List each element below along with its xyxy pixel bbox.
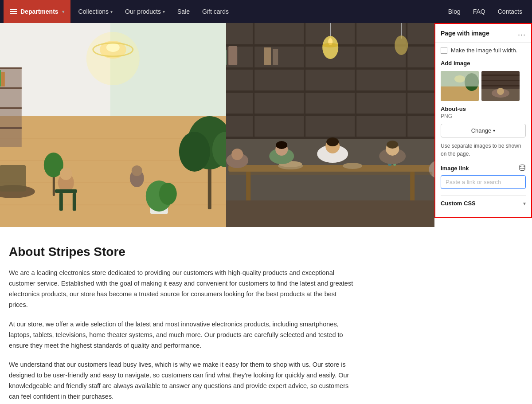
- svg-rect-23: [73, 193, 76, 211]
- svg-point-39: [159, 183, 177, 205]
- about-para-1: We are a leading electronics store dedic…: [9, 268, 355, 310]
- svg-rect-47: [253, 23, 254, 138]
- nav-item-our-products[interactable]: Our products ▾: [119, 0, 171, 23]
- panel-title: Page with image: [441, 30, 489, 37]
- panel-header: Page with image ...: [435, 24, 531, 43]
- svg-point-59: [322, 43, 338, 47]
- nav-item-faq[interactable]: FAQ: [467, 0, 492, 23]
- svg-rect-22: [59, 193, 63, 211]
- svg-rect-52: [226, 50, 227, 65]
- custom-css-chevron-icon: ▾: [523, 200, 526, 207]
- nav-item-contacts[interactable]: Contacts: [492, 0, 528, 23]
- svg-rect-30: [0, 127, 22, 129]
- image-link-label: Image link: [441, 165, 469, 172]
- svg-rect-93: [481, 80, 520, 81]
- svg-rect-45: [226, 114, 434, 116]
- departments-chevron-icon: ▾: [62, 9, 64, 14]
- departments-button[interactable]: Departments ▾: [4, 0, 70, 23]
- collections-chevron-icon: ▾: [110, 9, 113, 14]
- hamburger-icon: [10, 9, 17, 14]
- svg-point-61: [395, 35, 408, 55]
- nav-item-blog[interactable]: Blog: [442, 0, 467, 23]
- svg-rect-12: [0, 165, 26, 192]
- svg-rect-29: [0, 107, 22, 109]
- full-width-row: Make the image full width.: [441, 47, 526, 54]
- images-row: [0, 23, 434, 227]
- svg-rect-62: [228, 165, 432, 172]
- change-chevron-icon: ▾: [493, 128, 495, 133]
- svg-point-96: [497, 88, 504, 95]
- svg-point-20: [60, 168, 72, 180]
- svg-point-97: [520, 165, 525, 167]
- image-link-row: Image link: [441, 164, 526, 173]
- right-panel: Page with image ... Make the image full …: [434, 23, 532, 218]
- database-icon[interactable]: [519, 164, 526, 173]
- svg-rect-21: [55, 189, 77, 193]
- panel-body: Make the image full width. Add image: [435, 43, 531, 217]
- image-type: PNG: [441, 113, 526, 119]
- svg-point-25: [132, 165, 142, 176]
- our-products-chevron-icon: ▾: [163, 9, 165, 14]
- svg-rect-27: [0, 67, 22, 69]
- svg-rect-53: [228, 46, 237, 65]
- svg-point-72: [326, 137, 339, 146]
- image-link-input[interactable]: [441, 175, 526, 189]
- nav-item-gift-cards[interactable]: Gift cards: [196, 0, 235, 23]
- nav-item-collections[interactable]: Collections ▾: [72, 0, 119, 23]
- page-content: About Stripes Store We are a leading ele…: [0, 23, 434, 404]
- departments-label: Departments: [20, 8, 59, 15]
- svg-point-9: [106, 43, 120, 52]
- add-image-label: Add image: [441, 60, 526, 67]
- svg-rect-34: [1, 72, 5, 86]
- panel-more-button[interactable]: ...: [518, 28, 526, 38]
- svg-rect-55: [273, 49, 278, 65]
- about-title: About Stripes Store: [9, 245, 355, 259]
- about-para-3: We understand that our customers lead bu…: [9, 360, 355, 402]
- image-thumbnails: [441, 71, 526, 101]
- svg-rect-94: [481, 85, 520, 86]
- svg-point-75: [276, 141, 287, 149]
- left-image: [0, 23, 226, 227]
- change-button[interactable]: Change ▾: [441, 124, 526, 137]
- custom-css-label: Custom CSS: [441, 200, 476, 207]
- full-width-checkbox[interactable]: [441, 47, 447, 54]
- svg-rect-48: [304, 23, 305, 138]
- svg-point-80: [387, 141, 398, 149]
- svg-rect-49: [355, 23, 356, 138]
- about-para-2: At our store, we offer a wide selection …: [9, 319, 355, 351]
- image-thumb-right[interactable]: [481, 71, 520, 101]
- svg-point-89: [454, 75, 465, 82]
- navbar: Departments ▾ Collections ▾ Our products…: [0, 0, 532, 23]
- separate-images-note: Use separate images to be shown on the p…: [441, 142, 526, 158]
- svg-rect-92: [481, 75, 520, 76]
- nav-item-sale[interactable]: Sale: [171, 0, 196, 23]
- custom-css-row[interactable]: Custom CSS ▾: [441, 195, 526, 208]
- svg-rect-54: [264, 47, 271, 65]
- svg-rect-33: [0, 70, 1, 86]
- svg-rect-43: [226, 67, 434, 70]
- image-name: About-us: [441, 106, 526, 112]
- about-section: About Stripes Store We are a leading ele…: [0, 227, 364, 404]
- svg-point-16: [179, 132, 210, 172]
- svg-point-77: [231, 149, 243, 160]
- main-layout: About Stripes Store We are a leading ele…: [0, 23, 532, 404]
- svg-rect-44: [226, 90, 434, 93]
- right-image: [226, 23, 434, 227]
- svg-point-67: [343, 163, 362, 169]
- image-thumb-left[interactable]: [441, 71, 479, 101]
- svg-rect-83: [228, 172, 432, 175]
- full-width-label: Make the image full width.: [451, 47, 517, 54]
- svg-rect-28: [0, 87, 22, 89]
- svg-rect-84: [226, 200, 434, 227]
